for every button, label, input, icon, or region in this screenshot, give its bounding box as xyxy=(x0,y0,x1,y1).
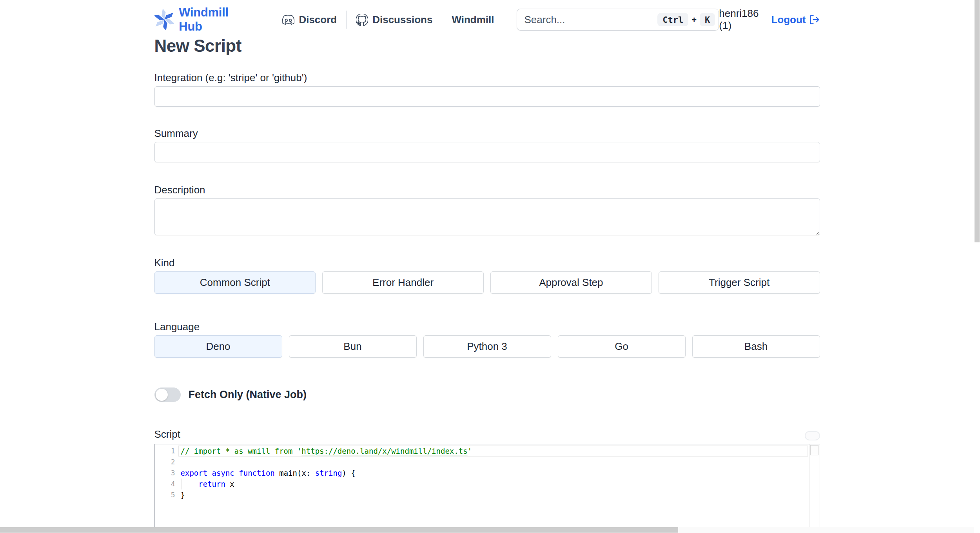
code-line: 1// import * as wmill from 'https://deno… xyxy=(155,446,809,457)
fetch-only-row: Fetch Only (Native Job) xyxy=(154,387,820,402)
github-icon xyxy=(356,14,368,26)
kind-option-error-handler[interactable]: Error Handler xyxy=(322,271,484,294)
kind-option-approval-step[interactable]: Approval Step xyxy=(490,271,652,294)
summary-label: Summary xyxy=(154,127,820,140)
nav-item-windmill[interactable]: Windmill xyxy=(452,14,494,26)
language-options: DenoBunPython 3GoBash xyxy=(154,335,820,358)
fetch-only-toggle[interactable] xyxy=(154,387,181,402)
page-title: New Script xyxy=(154,36,820,56)
language-option-bun[interactable]: Bun xyxy=(289,335,417,358)
nav-item-discussions[interactable]: Discussions xyxy=(356,14,432,26)
discord-icon xyxy=(282,14,294,26)
vertical-scrollbar[interactable] xyxy=(974,0,980,527)
language-option-deno[interactable]: Deno xyxy=(154,335,282,358)
group-language: Language DenoBunPython 3GoBash xyxy=(154,320,820,358)
editor-scrollbar-slider[interactable] xyxy=(810,445,818,455)
nav-item-label: Discussions xyxy=(372,14,432,26)
nav-divider xyxy=(442,11,442,29)
kind-option-trigger-script[interactable]: Trigger Script xyxy=(659,271,820,294)
field-summary: Summary xyxy=(154,127,820,162)
fetch-only-label: Fetch Only (Native Job) xyxy=(189,389,307,401)
summary-input[interactable] xyxy=(154,142,820,162)
search-box: Ctrl + K xyxy=(517,9,719,31)
line-number: 1 xyxy=(155,446,175,457)
line-number: 2 xyxy=(155,457,175,468)
kbd-ctrl: Ctrl xyxy=(657,13,688,26)
kbd-k: K xyxy=(700,13,715,26)
script-head: Script xyxy=(154,428,820,440)
brand-name: Windmill Hub xyxy=(179,5,248,34)
code-editor[interactable]: 1// import * as wmill from 'https://deno… xyxy=(154,444,820,533)
line-number: 3 xyxy=(155,468,175,478)
code-editor-lines: 1// import * as wmill from 'https://deno… xyxy=(155,444,809,500)
nav-item-discord[interactable]: Discord xyxy=(282,14,337,26)
brand[interactable]: Windmill Hub xyxy=(154,5,248,34)
user-area: henri186 (1) Logout xyxy=(719,7,820,32)
description-label: Description xyxy=(154,184,820,196)
script-label: Script xyxy=(154,428,180,440)
search-shortcut: Ctrl + K xyxy=(657,13,715,26)
field-description: Description xyxy=(154,184,820,237)
windmill-logo-icon xyxy=(154,9,174,31)
kbd-plus: + xyxy=(691,15,697,25)
kind-option-common-script[interactable]: Common Script xyxy=(154,271,316,294)
page: Windmill Hub Discord Discussion xyxy=(0,0,980,533)
integration-label: Integration (e.g: 'stripe' or 'github') xyxy=(154,71,820,84)
code-text: return x xyxy=(181,478,234,489)
integration-input[interactable] xyxy=(154,86,820,107)
code-text: export async function main(x: string) { xyxy=(181,468,356,478)
header: Windmill Hub Discord Discussion xyxy=(154,9,820,31)
code-text: // import * as wmill from 'https://deno.… xyxy=(181,446,472,457)
language-label: Language xyxy=(154,320,820,333)
code-line: 2 xyxy=(155,457,809,468)
scrollbar-corner xyxy=(974,527,980,533)
main-nav: Discord Discussions Windmill xyxy=(282,11,494,29)
logout-icon xyxy=(809,14,820,25)
nav-item-label: Discord xyxy=(299,14,337,26)
description-textarea[interactable] xyxy=(154,198,820,235)
code-line: 5} xyxy=(155,489,809,500)
horizontal-scrollbar[interactable] xyxy=(0,527,974,533)
line-number: 4 xyxy=(155,478,175,489)
code-line: 3export async function main(x: string) { xyxy=(155,468,809,478)
code-text: } xyxy=(181,489,185,500)
logout-label: Logout xyxy=(771,14,806,26)
kind-label: Kind xyxy=(154,256,820,269)
toggle-knob xyxy=(156,389,168,401)
code-line: 4 return x xyxy=(155,478,809,489)
horizontal-scrollbar-thumb[interactable] xyxy=(0,527,678,533)
language-option-go[interactable]: Go xyxy=(558,335,686,358)
kind-options: Common ScriptError HandlerApproval StepT… xyxy=(154,271,820,294)
field-integration: Integration (e.g: 'stripe' or 'github') xyxy=(154,71,820,107)
logout-link[interactable]: Logout xyxy=(771,14,820,26)
line-number: 5 xyxy=(155,489,175,500)
group-kind: Kind Common ScriptError HandlerApproval … xyxy=(154,256,820,294)
editor-scrollbar-column[interactable] xyxy=(809,444,820,533)
language-option-python-3[interactable]: Python 3 xyxy=(423,335,551,358)
user-name: henri186 (1) xyxy=(719,7,764,32)
nav-divider xyxy=(346,11,347,29)
language-option-bash[interactable]: Bash xyxy=(692,335,820,358)
vertical-scrollbar-thumb[interactable] xyxy=(975,0,980,242)
nav-item-label: Windmill xyxy=(452,14,494,26)
script-options-toggle[interactable] xyxy=(805,431,820,440)
